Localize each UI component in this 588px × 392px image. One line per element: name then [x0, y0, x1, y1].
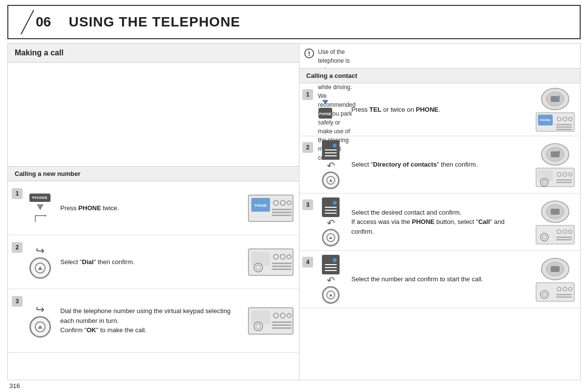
bracket-icon [33, 213, 48, 223]
knob-inner [35, 263, 46, 273]
svg-text:PHONE: PHONE [540, 119, 550, 122]
step-number-r4: 4 [302, 257, 313, 268]
curved-arrow-icon-r2: ↶ [327, 161, 335, 171]
knob-arrow-icon-2 [38, 325, 43, 329]
knob-inner-r2 [326, 176, 335, 185]
menu-line-4a [325, 264, 337, 265]
step-3-text: Dial the telephone number using the virt… [57, 306, 242, 335]
radio-image-r3 [536, 225, 575, 245]
svg-rect-9 [272, 209, 292, 210]
knob-arrow-r2 [329, 179, 333, 182]
menu-line-4c [325, 270, 337, 271]
svg-rect-74 [551, 266, 560, 272]
svg-rect-68 [556, 237, 572, 238]
knob-icon-r2 [322, 172, 340, 189]
menu-knob-icon-4: ↶ [316, 255, 345, 304]
step-number-r2: 2 [302, 142, 313, 153]
right-step-3: 3 ↶ [299, 194, 580, 251]
tel-phone-icon: PHONE [316, 96, 345, 123]
phone-label: PHONE [29, 194, 50, 202]
menu-line-3c [325, 213, 337, 214]
knob-inner-r3 [326, 233, 335, 242]
svg-rect-18 [272, 266, 292, 267]
right-step-2-images [533, 143, 577, 187]
step-3-image [246, 307, 295, 335]
making-call-label: Making a call [15, 49, 64, 57]
svg-point-51 [557, 151, 560, 154]
curved-arrow-icon-r4: ↶ [327, 275, 335, 285]
svg-rect-17 [272, 263, 292, 264]
right-step-3-text: Select the desired contact and confirm. … [348, 208, 530, 237]
svg-rect-63 [551, 209, 560, 215]
svg-text:PHONE: PHONE [254, 204, 267, 207]
step-1-text: Press PHONE twice. [57, 203, 242, 213]
menu-icon [322, 140, 340, 160]
right-steps: 1 PHONE Press TEL or twice on PHONE. [299, 83, 580, 380]
menu-knob-icon-3: ↶ [316, 197, 345, 246]
knob-icon-r4 [322, 286, 340, 304]
right-section-header: Calling a contact [299, 69, 580, 83]
radio-image-3 [247, 307, 294, 335]
svg-text:PHONE: PHONE [319, 112, 331, 116]
svg-marker-2 [45, 214, 47, 217]
knob-icon-2 [29, 316, 51, 338]
knob-icon [29, 257, 51, 279]
step-number-r3: 3 [302, 199, 313, 210]
ctrl-image-3 [540, 200, 570, 223]
chapter-number: 06 [36, 14, 51, 30]
svg-rect-58 [556, 182, 572, 183]
left-step-3: 3 ↩ Dial the telephone number using the … [8, 289, 299, 353]
curved-arrow-icon: ↩ [36, 245, 45, 256]
right-step-1-images: PHONE [533, 87, 577, 132]
making-call-header: Making a call [8, 44, 299, 63]
menu-dot [333, 144, 337, 147]
step-2-text: Select "Dial" then confirm. [57, 257, 242, 267]
right-step-2-text: Select "Directory of contacts" then conf… [348, 160, 530, 170]
left-steps: 1 PHONE Press PHONE twice. [8, 181, 299, 380]
menu-line [325, 149, 337, 150]
svg-rect-80 [556, 296, 572, 298]
svg-rect-27 [272, 321, 292, 323]
left-column: Making a call ! Use of the telephone is … [8, 44, 299, 380]
page-header: 06 USING THE TELEPHONE [7, 5, 581, 39]
arrow-down-icon [37, 204, 44, 210]
svg-rect-53 [538, 170, 553, 181]
svg-rect-79 [556, 294, 572, 295]
curved-arrow-icon-2: ↩ [36, 304, 45, 315]
svg-rect-28 [272, 324, 292, 326]
phone-button-icon: PHONE [26, 194, 53, 223]
tel-icon-svg: PHONE [318, 96, 344, 123]
svg-rect-45 [556, 124, 572, 125]
main-content: Making a call ! Use of the telephone is … [7, 43, 581, 380]
right-step-3-images [533, 200, 577, 245]
menu-icon-4 [322, 255, 340, 274]
right-step-2: 2 ↶ [299, 136, 580, 194]
knob-arrow-r3 [329, 236, 333, 239]
left-step-2: 2 ↩ Select "Dial" then confirm. [8, 235, 299, 289]
menu-line-2 [325, 152, 337, 153]
making-call-section: Making a call [8, 44, 299, 166]
left-section-header: Calling a new number [8, 167, 299, 181]
chapter-title: USING THE TELEPHONE [59, 14, 240, 30]
radio-image-1: PHONE [247, 194, 294, 222]
svg-marker-32 [322, 100, 328, 105]
page-number: 316 [7, 380, 581, 390]
menu-knob-icon-2: ↶ [316, 140, 345, 189]
radio-image-r2 [536, 168, 575, 187]
step-number: 3 [12, 296, 23, 307]
ctrl-image-2 [540, 143, 570, 166]
svg-rect-19 [272, 269, 292, 270]
step-2-image [246, 248, 295, 276]
knob-arrow-icon [38, 266, 43, 270]
knob-icon-r3 [322, 229, 340, 246]
step-number-r1: 1 [302, 89, 313, 100]
svg-rect-29 [272, 327, 292, 329]
svg-rect-69 [556, 239, 572, 241]
menu-icon-3 [322, 197, 340, 217]
right-top-spacer [299, 44, 580, 69]
menu-dot-3 [333, 201, 337, 205]
ctrl-image-4 [540, 257, 570, 281]
left-step-1: 1 PHONE Press PHONE twice. [8, 181, 299, 235]
curved-arrow-icon-r3: ↶ [327, 218, 335, 228]
right-column: Calling a contact 1 PHONE [299, 44, 580, 380]
